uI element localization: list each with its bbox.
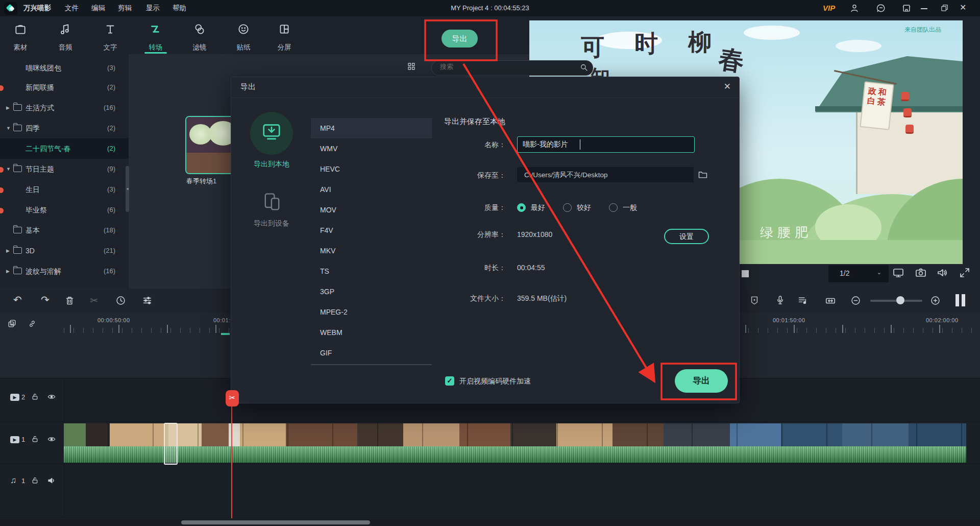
export-confirm-button[interactable]: 导出 [675, 369, 728, 393]
audio-track-1[interactable]: ♫ 1 [0, 464, 980, 518]
format-option-wmv[interactable]: WMV [311, 138, 432, 159]
tab-audio[interactable]: 音频 [45, 16, 86, 54]
preview-page-dropdown[interactable]: 1/2 ⌄ [828, 265, 889, 282]
undo-icon[interactable]: ↶ [13, 294, 22, 306]
playhead-scissors-badge[interactable]: ✂ [226, 390, 239, 407]
display-device-icon[interactable] [892, 267, 904, 279]
sidebar-item[interactable]: 新闻联播(2) [0, 77, 129, 98]
chevron-down-icon[interactable]: ▼ [6, 159, 11, 179]
dialog-close-icon[interactable]: ✕ [724, 81, 731, 92]
timeline-scrollbar-track[interactable] [0, 518, 980, 526]
fullscreen-icon[interactable] [959, 267, 971, 279]
video-clips[interactable] [64, 423, 966, 446]
applied-transition-clip[interactable] [164, 423, 178, 465]
adjust-sliders-icon[interactable] [142, 295, 153, 306]
feedback-icon[interactable] [876, 3, 886, 13]
sidebar-item[interactable]: 喵咪线团包(3) [0, 58, 129, 78]
quality-option-label[interactable]: 一般 [623, 203, 637, 212]
video-track-1[interactable]: ▶ 1 [0, 421, 980, 465]
collapse-sidebar-handle[interactable]: ◂ [126, 166, 129, 212]
export-to-local-label[interactable]: 导出到本地 [250, 160, 293, 169]
quality-radio-best[interactable] [517, 203, 526, 212]
format-option-3gp[interactable]: 3GP [311, 281, 432, 302]
format-option-webm[interactable]: WEBM [311, 322, 432, 343]
search-icon[interactable] [579, 63, 589, 72]
format-option-avi[interactable]: AVI [311, 179, 432, 200]
sidebar-item[interactable]: ▼ 四季(2) [0, 118, 129, 138]
quality-option-label[interactable]: 最好 [531, 203, 545, 212]
zoom-out-icon[interactable] [850, 295, 861, 306]
sidebar-item[interactable]: ▶ 3D(21) [0, 241, 129, 261]
format-option-f4v[interactable]: F4V [311, 220, 432, 241]
name-input[interactable]: 喵影-我的影片 [517, 136, 695, 153]
sidebar-item[interactable]: ▶ 生活方式(16) [0, 98, 129, 118]
export-to-device-label[interactable]: 导出到设备 [250, 219, 293, 228]
settings-button[interactable]: 设置 [664, 229, 709, 244]
lock-icon[interactable] [31, 476, 39, 485]
format-option-gif[interactable]: GIF [311, 343, 432, 363]
mixer-icon[interactable] [797, 295, 808, 306]
tab-text[interactable]: 文字 [90, 16, 131, 54]
quality-radio-normal[interactable] [609, 203, 618, 212]
format-option-hevc[interactable]: HEVC [311, 159, 432, 179]
format-option-mov[interactable]: MOV [311, 200, 432, 220]
eye-icon[interactable] [47, 392, 56, 401]
snapshot-camera-icon[interactable] [915, 267, 927, 279]
track-height-icon[interactable] [962, 294, 965, 306]
quality-radio-better[interactable] [563, 203, 572, 212]
search-box[interactable] [431, 60, 593, 76]
hw-accel-checkbox[interactable]: ✓ [445, 376, 454, 386]
grid-view-icon[interactable] [407, 62, 416, 71]
format-option-mpeg2[interactable]: MPEG-2 [311, 302, 432, 322]
delete-icon[interactable] [64, 295, 75, 306]
timeline-scrollbar-thumb[interactable] [181, 520, 370, 524]
format-option-ts[interactable]: TS [311, 261, 432, 281]
restore-button[interactable] [940, 4, 949, 12]
tab-filter[interactable]: 滤镜 [179, 16, 220, 54]
browse-folder-icon[interactable] [698, 170, 708, 180]
store-icon[interactable] [901, 3, 912, 13]
export-to-device-icon[interactable] [261, 190, 283, 213]
lock-icon[interactable] [31, 435, 39, 443]
sidebar-item[interactable]: 毕业祭(6) [0, 200, 129, 220]
redo-icon[interactable]: ↷ [41, 294, 50, 306]
eye-icon[interactable] [47, 435, 56, 444]
split-scissors-icon[interactable]: ✂ [90, 295, 98, 306]
format-option-mp4[interactable]: MP4 [311, 118, 432, 138]
stop-button[interactable] [742, 270, 749, 277]
chevron-right-icon[interactable]: ▶ [6, 241, 10, 261]
link-icon[interactable] [28, 319, 37, 328]
tab-media[interactable]: 素材 [0, 16, 41, 54]
account-icon[interactable] [849, 3, 860, 13]
zoom-in-icon[interactable] [930, 295, 941, 306]
record-voiceover-icon[interactable] [775, 295, 786, 305]
chevron-right-icon[interactable]: ▶ [6, 98, 10, 118]
search-input[interactable] [439, 62, 569, 71]
menu-clip[interactable]: 剪辑 [115, 0, 135, 16]
close-button[interactable]: ✕ [960, 3, 966, 12]
menu-help[interactable]: 帮助 [169, 0, 189, 16]
speed-clock-icon[interactable] [115, 295, 126, 306]
menu-edit[interactable]: 编辑 [88, 0, 108, 16]
lock-icon[interactable] [31, 392, 39, 401]
sidebar-item[interactable]: 生日(3) [0, 179, 129, 200]
path-box[interactable]: C:/Users/清风不兴/Desktop [517, 167, 694, 182]
add-track-icon[interactable] [7, 319, 17, 328]
menu-file[interactable]: 文件 [62, 0, 82, 16]
fit-timeline-icon[interactable] [825, 295, 836, 306]
export-trigger-button[interactable]: 导出 [442, 30, 478, 47]
export-to-local-icon[interactable] [250, 112, 293, 155]
tab-transition[interactable]: 转场 [135, 16, 176, 54]
chevron-right-icon[interactable]: ▶ [6, 261, 10, 281]
tab-sticker[interactable]: 贴纸 [223, 16, 264, 54]
format-option-mkv[interactable]: MKV [311, 241, 432, 261]
zoom-slider-knob[interactable] [896, 296, 904, 304]
sidebar-item-selected[interactable]: 二十四节气-春(2) [0, 138, 129, 159]
quality-option-label[interactable]: 较好 [577, 203, 591, 212]
sidebar-item[interactable]: ▶ 波纹与溶解(16) [0, 261, 129, 281]
marker-icon[interactable] [749, 295, 760, 305]
volume-icon[interactable] [936, 267, 948, 279]
chevron-down-icon[interactable]: ▼ [6, 118, 11, 138]
sidebar-item[interactable]: 基本(18) [0, 220, 129, 241]
menu-view[interactable]: 显示 [143, 0, 163, 16]
